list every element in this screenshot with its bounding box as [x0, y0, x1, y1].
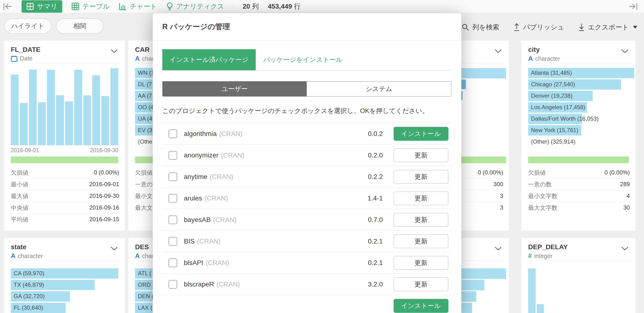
tab-table-label: テーブル	[82, 2, 110, 11]
package-checkbox[interactable]	[168, 259, 177, 267]
card-title: city	[528, 46, 540, 53]
update-button[interactable]: 更新	[394, 191, 448, 205]
package-name: blsAPI	[184, 259, 203, 267]
calendar-icon	[11, 55, 18, 62]
toolbar-divider	[234, 3, 234, 10]
range-bar	[11, 156, 118, 163]
card-type: # integer	[528, 252, 552, 260]
package-source: (CRAN)	[206, 259, 229, 267]
tab-install-packages[interactable]: パッケージをインストール	[256, 49, 350, 70]
range-bar	[528, 156, 629, 163]
package-name: algorithmia	[184, 130, 217, 138]
package-checkbox[interactable]	[168, 130, 177, 138]
package-row: anonymizer (CRAN) 0.2.0 更新	[162, 145, 451, 166]
character-type-icon: A	[11, 252, 16, 260]
stat-row: 最小文字数4	[528, 190, 630, 202]
package-checkbox[interactable]	[168, 237, 177, 246]
tab-analytics[interactable]: アナリティクス	[166, 2, 224, 11]
date-axis: 2016-09-012016-09-30	[11, 147, 118, 154]
export-down-icon	[578, 23, 585, 31]
update-button[interactable]: 更新	[394, 170, 448, 184]
expand-right-icon[interactable]	[628, 2, 638, 10]
tab-table[interactable]: テーブル	[71, 2, 110, 11]
lightbulb-icon	[166, 2, 173, 11]
column-card-state: state A character CA (59,970) TX (46,879…	[4, 238, 125, 313]
chevron-down-icon[interactable]	[494, 247, 502, 251]
package-checkbox[interactable]	[168, 280, 177, 289]
column-count: 20列	[243, 2, 259, 11]
export-button[interactable]: エクスポート	[578, 23, 637, 32]
card-divider	[528, 260, 630, 261]
stat-row: 欠損値0 (0.00%)	[528, 167, 630, 178]
top-toolbar: サマリ テーブル チャート アナリティクス 20列 453,449行	[0, 0, 644, 13]
package-name: BIS	[184, 238, 195, 245]
stat-row: 中央値2016-09-16	[11, 202, 119, 213]
chevron-down-icon[interactable]	[494, 49, 502, 53]
scope-user[interactable]: ユーザー	[162, 81, 307, 96]
package-row: blscrapeR (CRAN) 3.2.0 更新	[162, 274, 451, 295]
integer-type-icon: #	[528, 252, 532, 260]
collapse-left-icon[interactable]	[3, 2, 12, 10]
package-source: (CRAN)	[213, 216, 236, 224]
install-button[interactable]: インストール	[394, 299, 448, 313]
bar-chart-icon	[119, 2, 127, 10]
update-button[interactable]: 更新	[394, 234, 448, 248]
install-button[interactable]: インストール	[394, 127, 448, 141]
package-source: (CRAN)	[210, 173, 233, 181]
package-tabs: インストール済パッケージ パッケージをインストール	[162, 49, 451, 71]
scope-system[interactable]: システム	[307, 81, 451, 96]
package-row: anytime (CRAN) 0.2.2 更新	[162, 166, 451, 187]
stat-row: 一意の数289	[528, 178, 630, 190]
category-bars: Atlanta (31,485) Chicago (27,540) Denver…	[528, 68, 634, 148]
package-row: bayesAB (CRAN) 0.7.0 更新	[162, 209, 451, 231]
package-name: arules	[184, 194, 202, 202]
character-type-icon: A	[135, 252, 140, 260]
summary-grid-icon	[26, 3, 34, 10]
column-card-fl-date: FL_DATE Date 2016-09-012016-09-30 欠損値0 (…	[4, 41, 125, 231]
tab-installed-packages[interactable]: インストール済パッケージ	[162, 49, 256, 70]
package-version: 3.2.0	[347, 281, 383, 288]
chevron-down-icon[interactable]	[110, 247, 118, 251]
package-checkbox[interactable]	[168, 215, 177, 224]
correlation-button[interactable]: 相関	[56, 18, 104, 34]
package-list: algorithmia (CRAN) 0.0.2 インストール anonymiz…	[162, 123, 451, 313]
package-name: blscrapeR	[184, 281, 214, 288]
package-row: algorithmia (CRAN) 0.0.2 インストール	[162, 123, 451, 145]
card-divider	[11, 260, 120, 261]
row-count: 453,449行	[268, 2, 301, 11]
package-checkbox[interactable]	[168, 194, 177, 203]
chevron-down-icon[interactable]	[621, 247, 628, 251]
tab-chart[interactable]: チャート	[119, 2, 157, 11]
highlight-button[interactable]: ハイライト	[4, 18, 52, 34]
package-version: 0.7.0	[347, 216, 383, 224]
package-checkbox[interactable]	[168, 172, 177, 181]
chevron-down-icon[interactable]	[110, 49, 118, 53]
package-source: (CRAN)	[204, 194, 228, 202]
card-type: A character	[11, 252, 43, 260]
chevron-down-icon[interactable]	[621, 49, 628, 53]
card-title: FL_DATE	[11, 46, 40, 53]
search-columns-button[interactable]: 列を検索	[462, 23, 500, 32]
stats-table: 欠損値0 (0.00%) 一意の数289 最小文字数4 最大文字数30	[528, 167, 630, 213]
update-button[interactable]: 更新	[394, 256, 448, 270]
date-histogram	[11, 68, 118, 145]
package-version: 0.2.0	[347, 152, 383, 159]
character-type-icon: A	[528, 55, 533, 62]
column-card-city: city A character Atlanta (31,485) Chicag…	[522, 41, 636, 231]
package-name: bayesAB	[184, 216, 211, 224]
header-actions: 列を検索 パブリッシュ エクスポート	[462, 23, 637, 32]
package-version: 0.2.2	[347, 173, 383, 181]
update-button[interactable]: 更新	[394, 277, 448, 291]
package-version: 0.0.2	[347, 130, 383, 138]
update-button[interactable]: 更新	[394, 213, 448, 227]
export-caret-icon	[633, 26, 637, 29]
card-divider	[11, 63, 120, 63]
update-button[interactable]: 更新	[394, 148, 448, 162]
tab-summary[interactable]: サマリ	[22, 0, 62, 13]
package-checkbox[interactable]	[168, 151, 177, 159]
package-source: (CRAN)	[221, 152, 244, 159]
publish-up-icon	[513, 23, 520, 31]
publish-button[interactable]: パブリッシュ	[513, 23, 564, 32]
card-title: state	[11, 243, 26, 251]
package-source: (CRAN)	[197, 238, 220, 245]
